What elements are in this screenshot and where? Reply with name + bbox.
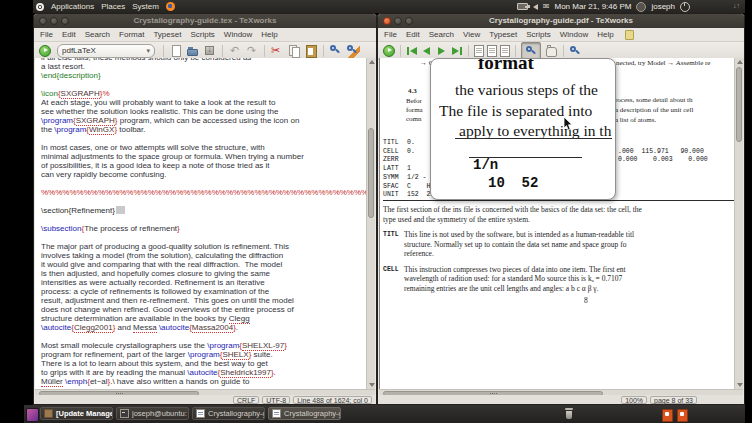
minimize-button[interactable] [50, 17, 58, 25]
magnifier-button[interactable] [521, 42, 541, 59]
mail-icon[interactable]: ✉ [543, 0, 550, 13]
typeset-button[interactable] [383, 45, 395, 57]
trash-icon[interactable] [563, 408, 575, 420]
magnified-code: 1/n [473, 157, 498, 173]
previous-page-button[interactable] [421, 45, 433, 57]
typeset-button[interactable] [39, 45, 51, 57]
user-avatar[interactable] [636, 2, 646, 12]
editor-line: of possibilities, it is a good idea to k… [41, 161, 368, 170]
fit-window-button[interactable] [500, 45, 510, 57]
scroll-down-arrow[interactable] [737, 383, 743, 387]
texworks-mini-icon[interactable] [677, 409, 688, 422]
scroll-down-arrow[interactable] [369, 383, 375, 387]
menu-item-scripts[interactable]: Scripts [190, 30, 214, 39]
code-segment: \autocite [41, 323, 71, 332]
next-page-button[interactable] [436, 45, 448, 57]
paragraph-line: The first section of the ins file is con… [383, 205, 735, 215]
magnifier-lens[interactable]: format the various steps of the The file… [430, 58, 616, 200]
taskbar-item-4[interactable]: Crystallography-guid... [268, 407, 341, 420]
code-segment: involves taking a model (from the soluti… [41, 251, 283, 260]
replace-button[interactable] [346, 44, 360, 58]
open-button[interactable] [186, 44, 200, 58]
menu-item-window[interactable]: Window [224, 30, 252, 39]
find-button[interactable] [329, 44, 343, 58]
menu-item-view[interactable]: View [463, 30, 480, 39]
clock[interactable]: Mon Mar 21, 9:46 PM [555, 2, 632, 11]
menu-item-edit[interactable]: Edit [406, 30, 420, 39]
paste-button[interactable] [304, 44, 318, 58]
menu-item-help[interactable]: Help [261, 30, 277, 39]
menu-places[interactable]: Places [101, 0, 125, 13]
firefox-icon[interactable] [166, 2, 175, 11]
pdf-paragraph: CELLThis instruction compresses two piec… [383, 265, 735, 294]
fit-width-button[interactable] [487, 45, 497, 57]
editor-line: \autocite{Clegg2001} and Messa \autocite… [41, 323, 368, 332]
minimize-button[interactable] [394, 17, 402, 25]
undo-button[interactable] [228, 44, 242, 58]
scrollbar-thumb[interactable] [736, 67, 742, 142]
menu-system[interactable]: System [132, 0, 159, 13]
code-cell: 0. [407, 148, 415, 156]
hand-tool-button[interactable] [544, 44, 558, 58]
menu-item-edit[interactable]: Edit [62, 30, 76, 39]
menu-item-search[interactable]: Search [429, 30, 454, 39]
actual-size-button[interactable] [474, 45, 484, 57]
editor-line: intensities as were actually recorded. R… [41, 278, 368, 287]
taskbar-item-1[interactable]: [Update Manager] [40, 407, 113, 420]
maximize-button[interactable] [61, 17, 69, 25]
find-button[interactable] [569, 45, 581, 57]
editor-vertical-scrollbar[interactable] [366, 58, 375, 389]
taskbar: [Update Manager]joseph@ubuntu: ~/De...Cr… [24, 405, 745, 423]
line-ending-chip: CRLF [233, 396, 259, 404]
code-segment: suite. [251, 350, 272, 359]
first-page-button[interactable] [406, 45, 418, 57]
power-icon[interactable] [680, 2, 690, 12]
paragraph-line: This instruction compresses two pieces o… [404, 265, 735, 275]
page-text-fragment: a list of atoms. [615, 116, 656, 124]
editor-line [41, 179, 368, 188]
save-button[interactable] [203, 44, 217, 58]
close-button[interactable] [383, 17, 391, 25]
menu-item-format[interactable]: Format [119, 30, 144, 39]
new-button[interactable] [169, 44, 183, 58]
last-page-button[interactable] [451, 45, 463, 57]
volume-icon[interactable] [533, 4, 538, 10]
workspace-switcher-icon[interactable] [26, 408, 39, 422]
maximize-button[interactable] [405, 17, 413, 25]
menu-item-scripts[interactable]: Scripts [526, 30, 550, 39]
menu-item-window[interactable]: Window [560, 30, 588, 39]
menu-item-typeset[interactable]: Typeset [489, 30, 517, 39]
menu-item-help[interactable]: Help [597, 30, 613, 39]
page-text-fragment: comn [406, 115, 422, 123]
scroll-up-arrow[interactable] [737, 60, 743, 64]
redo-button[interactable] [245, 44, 259, 58]
code-cell: TITL [383, 139, 399, 147]
copy-button[interactable] [287, 44, 301, 58]
engine-select[interactable]: pdfLaTeX▾ [57, 44, 155, 58]
editor-titlebar[interactable]: Crystallography-guide.tex - TeXworks [34, 14, 376, 28]
menu-item-search[interactable]: Search [85, 30, 110, 39]
menu-item-file[interactable]: File [40, 30, 53, 39]
editor-line: minimal adjustments to the space group o… [41, 152, 368, 161]
cut-button[interactable] [270, 44, 284, 58]
menu-applications[interactable]: Applications [51, 0, 94, 13]
paragraph-line: wavelength of radition used: for a stand… [404, 274, 735, 284]
encoding-chip: UTF-8 [262, 396, 290, 404]
taskbar-item-2[interactable]: joseph@ubuntu: ~/De... [116, 407, 189, 420]
scrollbar-thumb[interactable] [368, 128, 374, 218]
menu-item-typeset[interactable]: Typeset [153, 30, 181, 39]
pdf-vertical-scrollbar[interactable] [734, 58, 743, 389]
pdf-preview-pane[interactable]: → Grow t nected, try Model → Assemble re… [379, 58, 737, 389]
taskbar-item-3[interactable]: Crystallography-guid... [192, 407, 265, 420]
texworks-mini-icon[interactable] [662, 409, 673, 422]
code-cell: 0.000 0.003 0.000 [618, 156, 708, 164]
close-button[interactable] [39, 17, 47, 25]
menu-item-file[interactable]: File [384, 30, 397, 39]
editor-text-area[interactable]: if all else fails, these methods should … [35, 58, 368, 389]
pdf-titlebar[interactable]: Crystallography-guide.pdf - TeXworks [378, 14, 744, 28]
code-segment: \icon [41, 89, 58, 98]
user-name[interactable]: joseph [651, 2, 675, 11]
scroll-up-arrow[interactable] [369, 60, 375, 64]
page-paragraphs: The first section of the ins file is con… [383, 205, 735, 299]
ubuntu-logo-icon[interactable] [36, 3, 44, 11]
